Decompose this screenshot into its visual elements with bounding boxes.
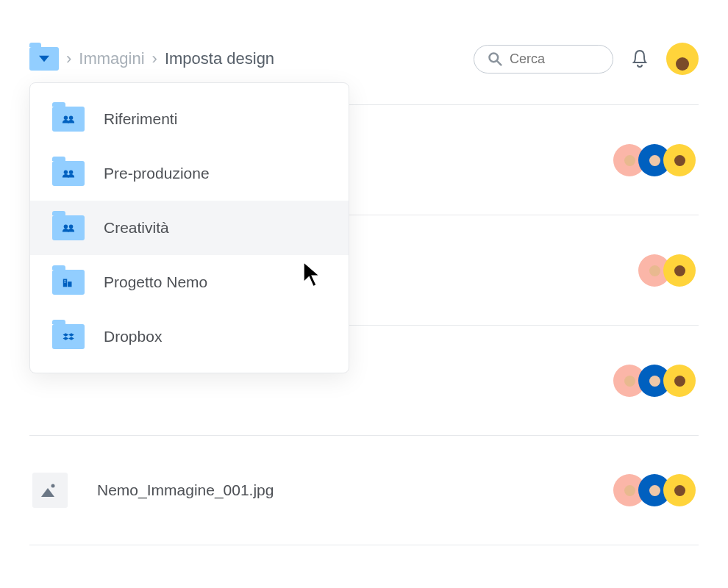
svg-rect-14 xyxy=(65,282,66,283)
shared-avatars xyxy=(638,254,696,287)
notifications-button[interactable] xyxy=(629,49,650,68)
svg-rect-9 xyxy=(63,279,67,287)
shared-folder-icon xyxy=(52,215,85,240)
svg-point-0 xyxy=(490,54,499,62)
svg-rect-10 xyxy=(68,282,71,287)
dropdown-item-preproduzione[interactable]: Pre-produzione xyxy=(30,146,349,201)
svg-point-3 xyxy=(64,116,68,120)
search-icon xyxy=(488,51,502,66)
shared-folder-icon xyxy=(52,161,85,186)
avatar xyxy=(663,254,696,287)
avatar xyxy=(663,474,696,506)
dropdown-item-riferimenti[interactable]: Riferimenti xyxy=(30,92,349,146)
shared-avatars xyxy=(613,365,696,397)
dropbox-folder-icon xyxy=(52,324,85,349)
shared-folder-icon xyxy=(52,107,85,132)
dropdown-item-label: Riferimenti xyxy=(104,110,177,128)
bell-icon xyxy=(631,49,649,68)
svg-point-5 xyxy=(64,171,68,174)
svg-rect-12 xyxy=(65,280,66,281)
svg-rect-13 xyxy=(64,282,65,283)
search-field[interactable] xyxy=(474,45,613,74)
dropdown-item-creativita[interactable]: Creatività xyxy=(30,201,349,255)
avatar xyxy=(663,144,696,176)
svg-line-1 xyxy=(497,61,501,65)
avatar xyxy=(663,365,696,397)
breadcrumb: › Immagini › Imposta design xyxy=(29,47,465,71)
top-bar: › Immagini › Imposta design xyxy=(0,0,728,75)
folder-dropdown-trigger[interactable] xyxy=(29,47,59,71)
breadcrumb-parent[interactable]: Immagini xyxy=(79,49,144,68)
svg-point-7 xyxy=(64,225,68,229)
folder-dropdown-menu: Riferimenti Pre-produzione Creatività Pr… xyxy=(29,82,349,373)
team-folder-icon xyxy=(52,270,85,295)
svg-point-4 xyxy=(69,116,73,120)
dropdown-item-dropbox[interactable]: Dropbox xyxy=(30,309,349,364)
chevron-down-icon xyxy=(39,54,49,64)
file-name: Nemo_Immagine_001.jpg xyxy=(97,481,274,499)
shared-avatars xyxy=(613,144,696,176)
breadcrumb-current: Imposta design xyxy=(165,49,274,68)
dropdown-item-label: Pre-produzione xyxy=(104,165,210,182)
image-file-icon xyxy=(32,473,68,508)
dropdown-item-label: Dropbox xyxy=(104,328,162,345)
file-row[interactable]: Nemo_Immagine_001.jpg xyxy=(29,435,699,545)
breadcrumb-separator-icon: › xyxy=(66,49,71,68)
shared-avatars xyxy=(613,474,696,506)
svg-point-2 xyxy=(51,484,55,488)
dropdown-item-label: Creatività xyxy=(104,219,169,237)
svg-point-8 xyxy=(69,225,73,229)
svg-rect-11 xyxy=(64,280,65,281)
svg-point-6 xyxy=(69,171,73,174)
dropdown-item-label: Progetto Nemo xyxy=(104,273,207,291)
account-avatar[interactable] xyxy=(666,43,699,75)
cursor-icon xyxy=(301,261,325,289)
search-input[interactable] xyxy=(510,51,599,67)
breadcrumb-separator-icon: › xyxy=(152,49,157,68)
